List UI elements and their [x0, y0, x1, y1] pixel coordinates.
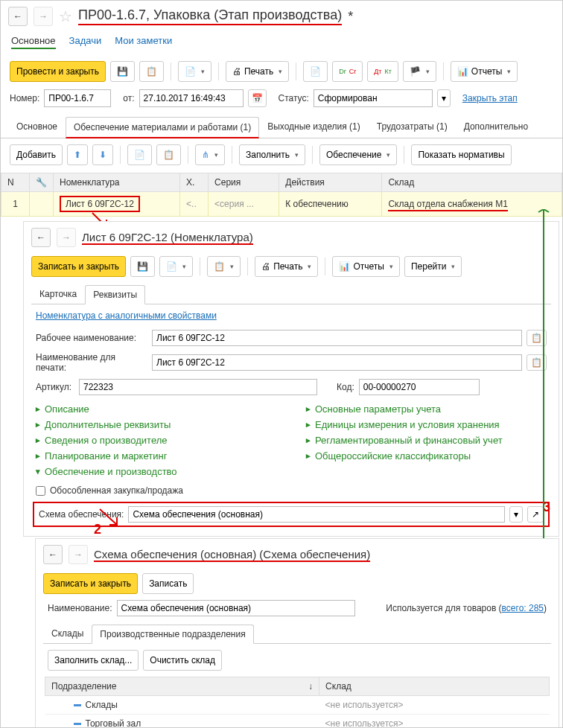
number-field[interactable]: [44, 89, 111, 107]
post-button[interactable]: 📋: [139, 61, 164, 82]
article-field[interactable]: [79, 379, 317, 395]
reports-dropdown[interactable]: 📊 Отчеты: [451, 61, 518, 82]
status-dd[interactable]: ▾: [437, 89, 451, 107]
status-field[interactable]: [314, 89, 433, 107]
inset1-goto[interactable]: Перейти: [404, 256, 462, 277]
tab-materials[interactable]: Обеспечение материалами и работами (1): [66, 117, 259, 138]
scheme-dd[interactable]: ▾: [509, 506, 523, 523]
col-wh2[interactable]: Склад: [319, 677, 550, 696]
print-dropdown[interactable]: 🖨 Печать: [226, 61, 289, 82]
annotation-3: 3: [543, 499, 550, 515]
col-actions[interactable]: Действия: [279, 173, 382, 192]
fill-dropdown[interactable]: Заполнить: [239, 144, 305, 165]
col-warehouse[interactable]: Склад: [382, 173, 562, 192]
save-button[interactable]: 💾: [110, 61, 135, 82]
inset1-save[interactable]: 💾: [130, 256, 155, 277]
inset1-tab-card[interactable]: Карточка: [31, 284, 85, 304]
materials-table: N 🔧 Номенклатура Х. Серия Действия Склад…: [1, 173, 562, 217]
node-icon: [74, 723, 81, 725]
code-field[interactable]: [359, 379, 480, 395]
at-button[interactable]: ДтКт: [367, 61, 398, 82]
dept-row[interactable]: Торговый зал<не используется>: [45, 715, 550, 729]
inset1-reports[interactable]: 📊 Отчеты: [332, 256, 399, 277]
work-name-label: Рабочее наименование:: [36, 333, 147, 343]
inset1-tab-props[interactable]: Реквизиты: [85, 285, 145, 304]
sec-units[interactable]: ▸Единицы измерения и условия хранения: [306, 417, 547, 432]
dt-button[interactable]: DrCr: [332, 61, 363, 82]
tab-extra[interactable]: Дополнительно: [456, 116, 536, 138]
unsaved-indicator: *: [348, 9, 353, 25]
sec-params[interactable]: ▸Основные параметры учета: [306, 401, 547, 417]
used-for-link[interactable]: всего: 285: [502, 603, 544, 613]
work-name-pick[interactable]: 📋: [527, 330, 547, 346]
print-name-field[interactable]: [152, 354, 522, 371]
inset2-title: Схема обеспечения (основная) (Схема обес…: [94, 548, 370, 562]
favorite-star-icon[interactable]: ☆: [59, 7, 72, 25]
tab-output[interactable]: Выходные изделия (1): [259, 116, 369, 138]
col-dept[interactable]: Подразделение↓: [45, 677, 319, 696]
flag-dropdown[interactable]: 🏴: [403, 61, 436, 82]
col-x[interactable]: Х.: [180, 173, 209, 192]
inset2-tab-wh[interactable]: Склады: [43, 624, 92, 643]
subnav-main[interactable]: Основное: [11, 35, 56, 49]
inset1-print[interactable]: 🖨 Печать: [255, 256, 318, 277]
sec-finance[interactable]: ▸Регламентированный и финансовый учет: [306, 432, 547, 448]
up-button[interactable]: ⬆: [67, 144, 88, 165]
clear-wh-button[interactable]: Очистить склад: [143, 650, 222, 671]
table-row[interactable]: 1 Лист 6 09Г2С-12 <.. <серия ... К обесп…: [1, 192, 562, 217]
copy-line-button[interactable]: 📄: [127, 144, 152, 165]
tab-main[interactable]: Основное: [8, 116, 66, 138]
dept-row[interactable]: Склады<не используется>: [45, 696, 550, 715]
col-series[interactable]: Серия: [209, 173, 279, 192]
post-close-button[interactable]: Провести и закрыть: [10, 61, 106, 82]
similar-link[interactable]: Номенклатура с аналогичными свойствами: [36, 310, 217, 321]
forward-button[interactable]: →: [34, 7, 53, 26]
sec-addprops[interactable]: ▸Дополнительные реквизиты: [36, 417, 276, 432]
isolated-checkbox[interactable]: [36, 486, 45, 496]
inset2-back[interactable]: ←: [43, 545, 63, 564]
back-button[interactable]: ←: [8, 7, 28, 26]
subnav-notes[interactable]: Мои заметки: [115, 35, 172, 49]
work-name-field[interactable]: [152, 330, 522, 346]
print-name-label: Наименование для печати:: [36, 352, 147, 373]
share-dropdown[interactable]: ⋔: [195, 144, 225, 165]
copy-dropdown[interactable]: 📄: [178, 61, 211, 82]
cell-nomenclature: Лист 6 09Г2С-12: [60, 196, 140, 212]
inset1-doc[interactable]: 📄: [159, 256, 193, 277]
col-icon[interactable]: 🔧: [30, 173, 54, 192]
inset2-fwd[interactable]: →: [69, 545, 88, 564]
col-nomen[interactable]: Номенклатура: [54, 173, 180, 192]
print-name-pick[interactable]: 📋: [527, 354, 547, 371]
inset2-save-close[interactable]: Записать и закрыть: [43, 573, 138, 594]
cell-warehouse: Склад отдела снабжения М1: [388, 199, 507, 211]
close-stage-link[interactable]: Закрыть этап: [462, 93, 518, 103]
inset2-save[interactable]: Записать: [142, 573, 194, 594]
sec-supply[interactable]: ▾Обеспечение и производство: [36, 464, 276, 479]
scheme-open[interactable]: ↗: [527, 506, 544, 523]
calendar-button[interactable]: 📅: [248, 89, 267, 107]
inset1-list[interactable]: 📋: [207, 256, 241, 277]
date-field[interactable]: [139, 89, 244, 107]
inset1-fwd[interactable]: →: [57, 228, 76, 247]
doc1-button[interactable]: 📄: [303, 61, 328, 82]
sec-manuf[interactable]: ▸Сведения о производителе: [36, 432, 276, 448]
sec-plan[interactable]: ▸Планирование и маркетинг: [36, 448, 276, 464]
sec-class[interactable]: ▸Общероссийские классификаторы: [306, 448, 547, 464]
down-button[interactable]: ⬇: [92, 144, 113, 165]
show-norms-button[interactable]: Показать нормативы: [411, 144, 511, 165]
paste-line-button[interactable]: 📋: [156, 144, 181, 165]
supply-dropdown[interactable]: Обеспечение: [319, 144, 397, 165]
number-label: Номер:: [10, 93, 39, 103]
node-icon: [74, 704, 81, 706]
col-n[interactable]: N: [1, 173, 30, 192]
tab-labor[interactable]: Трудозатраты (1): [369, 116, 456, 138]
inset1-save-close[interactable]: Записать и закрыть: [31, 256, 126, 277]
fill-wh-button[interactable]: Заполнить склад...: [48, 650, 139, 671]
inset2-name-field[interactable]: [117, 600, 355, 616]
scheme-field[interactable]: [128, 506, 505, 523]
subnav-tasks[interactable]: Задачи: [69, 35, 102, 49]
inset2-tab-prod[interactable]: Производственные подразделения: [92, 625, 253, 644]
inset1-back[interactable]: ←: [31, 228, 51, 247]
sec-desc[interactable]: ▸Описание: [36, 401, 276, 417]
add-button[interactable]: Добавить: [10, 144, 63, 165]
